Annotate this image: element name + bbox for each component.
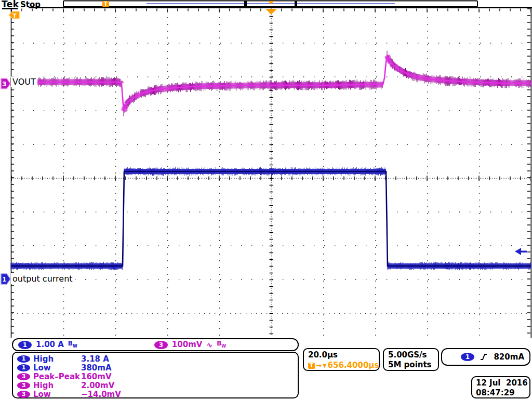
record-window-bracket-right[interactable] [295,1,297,7]
time-value: 08:47:29 [476,388,529,398]
record-window-bracket-left[interactable] [244,1,247,7]
ch1-marker-number: 1 [2,276,6,283]
expansion-point-icon[interactable] [265,9,277,15]
tek-logo-underline [2,8,18,9]
channel-scale-bar[interactable]: 1 1.00 A BW 3 100mV ∿ BW [12,338,299,351]
measurement-row: 3 High 2.00mV [17,381,298,390]
measurement-ch-badge: 1 [17,355,30,363]
delay-marker-icon: ▼ [323,363,327,368]
delay-arrow-icon: → [316,362,322,369]
measurement-value: −14.0mV [81,390,121,399]
ch3-marker-number: 3 [2,81,6,88]
ch1-trace-label: output current [11,273,74,284]
record-length: 5M points [388,360,438,370]
timebase-scale: 20.0µs [308,350,379,360]
record-view-bar[interactable]: T [63,1,477,7]
acquisition-status: Stop [20,0,41,9]
ch1-scale-value: 1.00 A [36,340,64,350]
measurement-row: 1 Low 380mA [17,363,298,372]
measurement-label: Peak–Peak [33,372,78,381]
date-value: 12 Jul 2016 [476,378,529,388]
measurement-row: 1 High 3.18 A [17,354,298,363]
measurement-label: Low [33,363,78,373]
measurements-panel[interactable]: 1 High 3.18 A 1 Low 380mA 3 Peak–Peak 16… [12,352,299,398]
trigger-offscreen-letter: T [12,12,17,19]
measurement-value: 3.18 A [81,354,109,364]
delay-value: 656.4000µs [328,361,379,370]
trigger-level-arrow[interactable] [515,248,527,255]
measurement-ch-badge: 1 [17,364,30,371]
ch3-scale-value: 100mV [172,340,203,350]
ch3-badge[interactable]: 3 [154,341,168,349]
measurement-value: 160mV [81,372,112,381]
trigger-box[interactable]: 1 820mA [441,348,530,366]
measurement-row: 3 Low −14.0mV [17,390,298,399]
measurement-label: High [33,354,78,364]
measurement-label: Low [33,390,78,399]
measurement-value: 2.00mV [81,381,114,390]
measurement-row: 3 Peak–Peak 160mV [17,372,298,381]
timebase-box[interactable]: 20.0µs T → ▼ 656.4000µs [303,348,380,371]
trigger-delay-readout: T → ▼ 656.4000µs [308,361,379,370]
measurement-ch-badge: 3 [17,382,30,389]
measurement-ch-badge: 3 [17,391,30,398]
record-trigger-t-letter: T [104,1,108,7]
measurement-ch-badge: 3 [17,373,30,380]
delay-t-icon: T [308,363,315,369]
acquisition-box[interactable]: 5.00GS/s 5M points [383,348,439,371]
measurement-value: 380mA [81,363,112,373]
datetime-box: 12 Jul 2016 08:47:29 [471,376,530,398]
trigger-level-value: 820mA [494,352,524,362]
screen-markers: T 3 1 [1,9,527,284]
sample-rate: 5.00GS/s [388,350,438,360]
measurement-label: High [33,381,78,390]
ch3-trace-label: VOUT [11,76,37,87]
oscilloscope-screen: T T 3 1 Tek Stop VOUT output current 1 1… [0,0,532,399]
ch1-badge[interactable]: 1 [18,341,32,349]
ch1-bandwidth-icon: BW [68,340,77,350]
ch3-ac-coupling-icon: ∿ [206,341,212,349]
trigger-source-badge: 1 [461,353,474,361]
ch3-bandwidth-icon: BW [217,340,226,350]
rising-edge-icon [480,353,488,361]
